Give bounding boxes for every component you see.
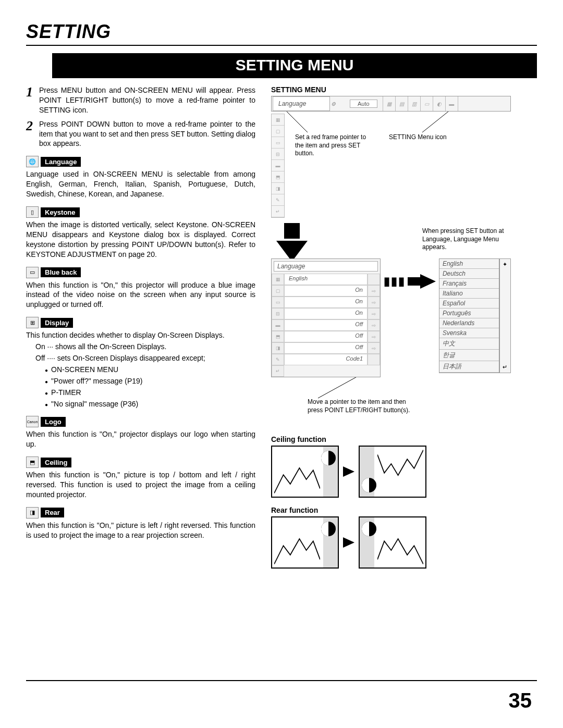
dialog-go-icon bbox=[368, 365, 380, 377]
side-icon-strip: ▦ ▢ ▭ ⊟ ▬ ⬒ ◨ ✎ ↵ bbox=[271, 114, 285, 218]
svg-line-2 bbox=[318, 375, 360, 398]
menu-auto-label: Auto bbox=[350, 100, 377, 108]
keystone-body: When the image is distorted vertically, … bbox=[26, 220, 255, 260]
right-column: SETTING MENU Language ⚙ Auto ▦ ▤ ▥ ▭ ◐ ▬ bbox=[271, 85, 511, 569]
dialog-icon: ↵ bbox=[272, 365, 284, 377]
banner-title: SETTING MENU bbox=[52, 53, 537, 78]
section-rear: ◨ Rear When this function is "On," pictu… bbox=[26, 507, 255, 540]
projection-normal bbox=[271, 446, 339, 498]
side-icon: ↵ bbox=[272, 206, 284, 217]
side-icon: ⬒ bbox=[272, 171, 284, 183]
language-icon: 🌐 bbox=[26, 156, 39, 167]
dialog-value: Off bbox=[284, 319, 368, 331]
keystone-chip: Keystone bbox=[41, 207, 80, 217]
language-item: Français bbox=[439, 279, 499, 289]
arrow-right-icon bbox=[408, 277, 420, 286]
dialog-icon: ▢ bbox=[272, 285, 284, 297]
annotation-menu-icon: SETTING Menu icon bbox=[389, 133, 462, 218]
dialog-go-icon: ⇨ bbox=[368, 308, 380, 319]
blueback-chip: Blue back bbox=[41, 267, 81, 277]
menu-bar-label: Language bbox=[273, 96, 330, 111]
menu-icon: ◐ bbox=[433, 96, 446, 111]
side-icon: ✎ bbox=[272, 194, 284, 206]
logo-chip: Logo bbox=[41, 417, 66, 427]
dialog-icon: ▭ bbox=[272, 297, 284, 308]
side-icon: ⊟ bbox=[272, 149, 284, 160]
rear-body: When this function is "On," picture is l… bbox=[26, 521, 255, 540]
annotation-pointer: Set a red frame pointer to the item and … bbox=[295, 133, 368, 218]
moon-icon bbox=[321, 522, 336, 536]
dialog-value: Off bbox=[284, 331, 368, 342]
projection-rear bbox=[359, 516, 426, 569]
dialog-go-icon: ⇨ bbox=[368, 319, 380, 331]
annotation-language: When pressing SET button at Language, La… bbox=[422, 227, 506, 252]
language-item: English bbox=[439, 259, 499, 269]
dialog-go-icon: ⇨ bbox=[368, 342, 380, 354]
logo-body: When this function is "On," projector di… bbox=[26, 429, 255, 449]
dialog-icon: ◨ bbox=[272, 342, 284, 354]
language-item: 日本語 bbox=[439, 361, 499, 373]
step-row: 2 Press POINT DOWN button to move a red-… bbox=[26, 119, 255, 149]
menu-icon: ▭ bbox=[421, 96, 433, 111]
menu-icon: ▥ bbox=[408, 96, 421, 111]
dialog-value: English bbox=[284, 274, 368, 285]
dialog-go-icon: ⇨ bbox=[368, 331, 380, 342]
dialog-value bbox=[284, 365, 368, 377]
section-display: ⊞ Display This function decides whether … bbox=[26, 317, 255, 409]
dialog-go-icon: ⇨ bbox=[368, 297, 380, 308]
dialog-icon: ✎ bbox=[272, 354, 284, 365]
language-item: 中文 bbox=[439, 338, 499, 350]
annotation-move-pointer: Move a pointer to the item and then pres… bbox=[308, 398, 412, 414]
rear-icon: ◨ bbox=[26, 507, 39, 519]
left-column: 1 Press MENU button and ON-SCREEN MENU w… bbox=[26, 85, 255, 569]
language-item: Português bbox=[439, 309, 499, 318]
projection-ceiling bbox=[359, 446, 426, 498]
page-title: SETTING bbox=[26, 21, 537, 46]
blueback-icon: ▭ bbox=[26, 267, 39, 278]
display-intro: This function decides whether to display… bbox=[26, 330, 255, 340]
language-body: Language used in ON-SCREEN MENU is selec… bbox=[26, 169, 255, 199]
ceiling-function-title: Ceiling function bbox=[271, 435, 511, 443]
ceiling-body: When this function is "On," picture is t… bbox=[26, 470, 255, 500]
display-chip: Display bbox=[41, 318, 73, 328]
ceiling-chip: Ceiling bbox=[41, 458, 71, 467]
display-icon: ⊞ bbox=[26, 317, 39, 328]
arrow-right-icon bbox=[420, 274, 436, 289]
display-bullet: "Power off?" message (P19) bbox=[45, 376, 255, 386]
dialog-icon: ⬒ bbox=[272, 331, 284, 342]
menu-icon: ▦ bbox=[383, 96, 396, 111]
language-scrollbar: ✦ ↵ bbox=[499, 258, 511, 373]
rear-function-block: Rear function bbox=[271, 506, 511, 569]
side-icon: ▦ bbox=[272, 114, 284, 126]
dialog-value: On bbox=[284, 285, 368, 297]
display-bullet: ON-SCREEN MENU bbox=[45, 365, 255, 375]
rear-function-title: Rear function bbox=[271, 506, 511, 514]
dialog-go-icon bbox=[368, 354, 380, 365]
dialog-icon: ▦ bbox=[272, 274, 284, 285]
step-text: Press MENU button and ON-SCREEN MENU wil… bbox=[39, 85, 255, 115]
logo-icon: Canon bbox=[26, 416, 39, 427]
section-keystone: ▯ Keystone When the image is distorted v… bbox=[26, 206, 255, 260]
moon-icon bbox=[362, 478, 376, 492]
scroll-up-icon: ✦ bbox=[503, 261, 507, 268]
language-item: 한글 bbox=[439, 350, 499, 361]
side-icon: ▬ bbox=[272, 160, 284, 171]
language-item: Italiano bbox=[439, 289, 499, 299]
language-chip: Language bbox=[41, 157, 81, 167]
side-icon: ▭ bbox=[272, 137, 284, 149]
arrow-right-icon bbox=[343, 537, 354, 548]
moon-icon bbox=[321, 451, 336, 465]
dialog-value: On bbox=[284, 297, 368, 308]
display-bullet: P-TIMER bbox=[45, 388, 255, 398]
menu-icon: ▤ bbox=[396, 96, 408, 111]
language-item: Deutsch bbox=[439, 269, 499, 279]
page-number: 35 bbox=[509, 689, 532, 712]
menu-bar: Language ⚙ Auto ▦ ▤ ▥ ▭ ◐ ▬ bbox=[271, 96, 511, 112]
dialog-value: Code1 bbox=[284, 354, 368, 365]
arrow-right-dots: ▮▮▮ bbox=[384, 275, 406, 288]
dialog-go-icon bbox=[368, 274, 380, 285]
display-bullet: "No signal" message (P36) bbox=[45, 399, 255, 409]
moon-icon bbox=[362, 522, 376, 536]
step-row: 1 Press MENU button and ON-SCREEN MENU w… bbox=[26, 85, 255, 115]
section-logo: Canon Logo When this function is "On," p… bbox=[26, 416, 255, 449]
